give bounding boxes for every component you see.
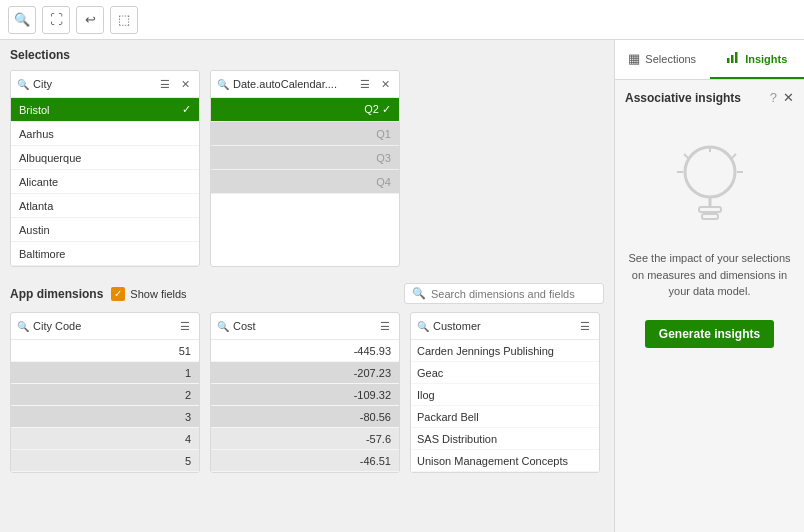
city-item-baltimore[interactable]: Baltimore (11, 242, 199, 266)
city-list-icon[interactable]: ☰ (157, 76, 173, 92)
city-card-title: City (33, 78, 153, 90)
generate-insights-button[interactable]: Generate insights (645, 320, 774, 348)
cost-item-5[interactable]: -57.6 (211, 428, 399, 450)
show-fields-text: Show fields (130, 288, 186, 300)
city-code-item-2[interactable]: 1 (11, 362, 199, 384)
selections-tab-icon: ▦ (628, 51, 640, 66)
help-icon[interactable]: ? (770, 90, 777, 105)
insights-description: See the impact of your selections on mea… (625, 250, 794, 300)
cost-card: 🔍 Cost ☰ -445.93 -207.23 -109.32 -80.56 … (210, 312, 400, 473)
customer-item-1[interactable]: Carden Jennings Publishing (411, 340, 599, 362)
svg-rect-5 (699, 207, 721, 212)
app-dim-title: App dimensions (10, 287, 103, 301)
city-code-card-header: 🔍 City Code ☰ (11, 313, 199, 340)
svg-rect-1 (731, 55, 734, 63)
city-item-austin[interactable]: Austin (11, 218, 199, 242)
customer-card-header: 🔍 Customer ☰ (411, 313, 599, 340)
bulb-icon (675, 140, 745, 230)
city-item-label: Bristol (19, 104, 50, 116)
city-close-icon[interactable]: ✕ (177, 76, 193, 92)
insights-header-title: Associative insights (625, 91, 741, 105)
show-fields-label[interactable]: ✓ Show fields (111, 287, 186, 301)
date-item-q1[interactable]: Q1 (211, 122, 399, 146)
customer-list: Carden Jennings Publishing Geac Ilog Pac… (411, 340, 599, 472)
insights-header-icons: ? ✕ (770, 90, 794, 105)
svg-rect-6 (702, 214, 718, 219)
city-search-icon: 🔍 (17, 79, 29, 90)
customer-item-5[interactable]: SAS Distribution (411, 428, 599, 450)
city-item-alicante[interactable]: Alicante (11, 170, 199, 194)
city-code-item-3[interactable]: 2 (11, 384, 199, 406)
city-item-bristol[interactable]: Bristol ✓ (11, 98, 199, 122)
city-item-atlanta[interactable]: Atlanta (11, 194, 199, 218)
fit-button[interactable]: ⛶ (42, 6, 70, 34)
tab-insights-label: Insights (745, 53, 787, 65)
search-input[interactable] (431, 288, 596, 300)
cost-menu-icon[interactable]: ☰ (377, 318, 393, 334)
city-code-item-4[interactable]: 3 (11, 406, 199, 428)
select-icon: ⬚ (118, 12, 130, 27)
city-code-card-title: City Code (33, 320, 173, 332)
date-close-icon[interactable]: ✕ (377, 76, 393, 92)
customer-item-4[interactable]: Packard Bell (411, 406, 599, 428)
date-search-icon: 🔍 (217, 79, 229, 90)
customer-item-2[interactable]: Geac (411, 362, 599, 384)
svg-rect-2 (735, 52, 738, 63)
insights-close-icon[interactable]: ✕ (783, 90, 794, 105)
app-dim-header: App dimensions ✓ Show fields 🔍 (10, 283, 604, 304)
toolbar: 🔍 ⛶ ↩ ⬚ (0, 0, 804, 40)
selections-section: Selections 🔍 City ☰ ✕ Bristol (0, 40, 614, 275)
cost-search-icon: 🔍 (217, 321, 229, 332)
date-item-q3[interactable]: Q3 (211, 146, 399, 170)
customer-item-6[interactable]: Unison Management Concepts (411, 450, 599, 472)
tab-insights[interactable]: Insights (710, 40, 805, 79)
search-bar: 🔍 (404, 283, 604, 304)
city-code-item-1[interactable]: 51 (11, 340, 199, 362)
city-selection-card: 🔍 City ☰ ✕ Bristol ✓ Aarhus (10, 70, 200, 267)
cost-item-4[interactable]: -80.56 (211, 406, 399, 428)
customer-item-3[interactable]: Ilog (411, 384, 599, 406)
cost-list: -445.93 -207.23 -109.32 -80.56 -57.6 -46… (211, 340, 399, 472)
tab-selections[interactable]: ▦ Selections (615, 40, 710, 79)
customer-menu-icon[interactable]: ☰ (577, 318, 593, 334)
city-code-menu-icon[interactable]: ☰ (177, 318, 193, 334)
date-item-q2[interactable]: Q2 ✓ (211, 98, 399, 122)
city-code-card: 🔍 City Code ☰ 51 1 2 3 4 5 (10, 312, 200, 473)
selections-title: Selections (10, 48, 604, 62)
city-item-label: Atlanta (19, 200, 53, 212)
city-item-label: Austin (19, 224, 50, 236)
insights-tab-icon (726, 50, 740, 67)
cost-item-3[interactable]: -109.32 (211, 384, 399, 406)
city-code-item-6[interactable]: 5 (11, 450, 199, 472)
zoom-in-icon: 🔍 (14, 12, 30, 27)
svg-point-3 (685, 147, 735, 197)
right-panel-tabs: ▦ Selections Insights (615, 40, 804, 80)
city-card-icons: ☰ ✕ (157, 76, 193, 92)
city-item-albuquerque[interactable]: Albuquerque (11, 146, 199, 170)
city-code-item-5[interactable]: 4 (11, 428, 199, 450)
date-item-q4[interactable]: Q4 (211, 170, 399, 194)
date-list-icon[interactable]: ☰ (357, 76, 373, 92)
city-card-list: Bristol ✓ Aarhus Albuquerque Alicante (11, 98, 199, 266)
select-button[interactable]: ⬚ (110, 6, 138, 34)
insights-content: Associative insights ? ✕ (615, 80, 804, 532)
search-bar-icon: 🔍 (412, 287, 426, 300)
cost-item-6[interactable]: -46.51 (211, 450, 399, 472)
cost-item-2[interactable]: -207.23 (211, 362, 399, 384)
customer-search-icon: 🔍 (417, 321, 429, 332)
svg-line-9 (731, 154, 736, 159)
city-item-label: Alicante (19, 176, 58, 188)
date-card-title: Date.autoCalendar.... (233, 78, 353, 90)
city-code-search-icon: 🔍 (17, 321, 29, 332)
app-dimensions-section: App dimensions ✓ Show fields 🔍 🔍 City Co… (0, 275, 614, 532)
selections-cards: 🔍 City ☰ ✕ Bristol ✓ Aarhus (10, 70, 604, 267)
show-fields-checkbox[interactable]: ✓ (111, 287, 125, 301)
zoom-in-button[interactable]: 🔍 (8, 6, 36, 34)
city-item-aarhus[interactable]: Aarhus (11, 122, 199, 146)
date-card-icons: ☰ ✕ (357, 76, 393, 92)
cost-item-1[interactable]: -445.93 (211, 340, 399, 362)
left-panel: Selections 🔍 City ☰ ✕ Bristol (0, 40, 614, 532)
back-icon: ↩ (85, 12, 96, 27)
back-button[interactable]: ↩ (76, 6, 104, 34)
date-item-label: Q3 (376, 152, 391, 164)
